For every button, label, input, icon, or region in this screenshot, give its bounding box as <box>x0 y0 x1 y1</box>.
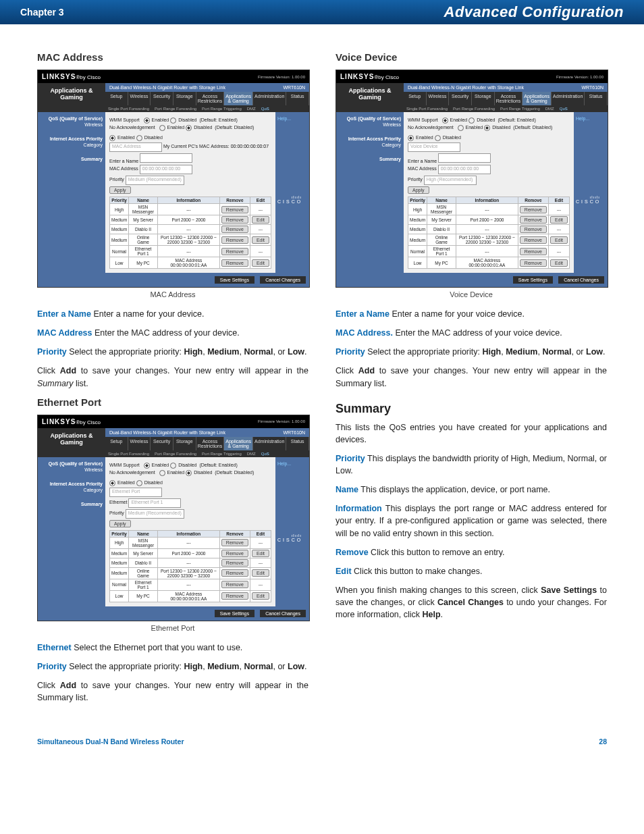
right-column: Voice Device LINKSYS®by Cisco Firmware V… <box>336 51 607 710</box>
screenshot-caption-voice: Voice Device <box>336 290 607 298</box>
top-tabs[interactable]: SetupWirelessSecurity StorageAccess Rest… <box>105 92 309 105</box>
screenshot-caption-mac: MAC Address <box>37 290 308 298</box>
category-select[interactable]: Ethernet Port <box>109 488 162 497</box>
save-settings-button[interactable]: Save Settings <box>215 276 254 284</box>
edit-button[interactable]: Edit <box>252 236 269 244</box>
section-title: Applications & Gaming <box>38 83 105 112</box>
remove-button[interactable]: Remove <box>221 226 248 233</box>
term-enter-name: Enter a Name <box>37 309 91 319</box>
radio-disabled[interactable] <box>136 135 144 140</box>
screenshot-mac-address: LINKSYS®by Cisco Firmware Version: 1.00.… <box>37 70 310 288</box>
edit-button[interactable]: Edit <box>252 259 269 267</box>
screenshot-content: WMM Support Enabled Disabled (Default: E… <box>404 112 574 273</box>
cancel-changes-button[interactable]: Cancel Changes <box>558 276 604 284</box>
linksys-logo: LINKSYS®by Cisco <box>42 73 101 80</box>
linksys-logo: LINKSYS®by Cisco <box>340 73 399 80</box>
firmware-label: Firmware Version: 1.00.00 <box>556 75 603 79</box>
page-number: 28 <box>599 737 607 746</box>
remove-button[interactable]: Remove <box>221 206 248 213</box>
apply-button[interactable]: Apply <box>109 186 131 194</box>
screenshot-content: WMM Support Enabled Disabled (Default: E… <box>105 457 275 606</box>
screenshot-ethernet-port: LINKSYS®by Cisco Firmware Version: 1.00.… <box>37 415 310 621</box>
remove-button[interactable]: Remove <box>221 236 248 244</box>
mac-input[interactable]: 00:00:00:00:00:00 <box>140 165 192 174</box>
firmware-label: Firmware Version: 1.00.00 <box>258 75 305 79</box>
help-link[interactable]: Help... <box>576 116 589 121</box>
summary-intro: This lists the QoS entries you have crea… <box>336 421 607 446</box>
screenshot-sidebar: QoS (Quality of Service)Wireless Interne… <box>38 112 105 273</box>
category-select[interactable]: Voice Device <box>408 142 460 152</box>
section-title: Applications & Gaming <box>336 83 404 112</box>
priority-select[interactable]: High (Recommended) <box>424 176 477 185</box>
screenshot-voice-device: LINKSYS®by Cisco Firmware Version: 1.00.… <box>336 70 608 288</box>
apply-button[interactable]: Apply <box>408 186 429 194</box>
remove-button[interactable]: Remove <box>221 259 248 267</box>
radio-disabled[interactable] <box>170 118 178 122</box>
remove-button[interactable]: Remove <box>221 248 248 255</box>
term-name: Name <box>336 485 358 494</box>
page-footer: Simultaneous Dual-N Band Wireless Router… <box>0 731 644 759</box>
mac-address-heading: MAC Address <box>37 51 308 63</box>
left-column: MAC Address LINKSYS®by Cisco Firmware Ve… <box>37 51 308 710</box>
summary-table: PriorityNameInformationRemoveEdit HighMS… <box>109 197 271 269</box>
save-settings-button[interactable]: Save Settings <box>215 610 254 617</box>
radio-enabled[interactable] <box>159 125 167 130</box>
screenshot-content: WMM Support Enabled Disabled (Default: E… <box>105 112 275 273</box>
help-link[interactable]: Help... <box>277 461 291 466</box>
term-mac-address: MAC Address <box>37 328 92 338</box>
term-edit: Edit <box>336 567 352 576</box>
term-information: Information <box>336 504 382 513</box>
chapter-label: Chapter 3 <box>20 7 64 18</box>
summary-table: PriorityNameInformationRemoveEdit HighMS… <box>408 197 570 269</box>
term-priority: Priority <box>336 454 365 463</box>
sub-tabs[interactable]: Single Port ForwardingPort Range Forward… <box>105 450 309 457</box>
ethernet-select[interactable]: Ethernet Port 1 <box>128 498 181 508</box>
term-ethernet: Ethernet <box>37 643 72 652</box>
radio-enabled[interactable] <box>144 118 152 122</box>
mac-input[interactable]: 00:00:00:00:00:00 <box>438 165 491 174</box>
footer-left: Simultaneous Dual-N Band Wireless Router <box>37 737 184 746</box>
screenshot-caption-ethernet: Ethernet Port <box>37 624 308 632</box>
linksys-logo: LINKSYS®by Cisco <box>42 418 101 425</box>
edit-button[interactable]: Edit <box>252 216 269 224</box>
firmware-label: Firmware Version: 1.00.00 <box>258 419 305 423</box>
section-title: Applications & Gaming <box>38 428 105 457</box>
term-priority: Priority <box>336 347 365 357</box>
term-mac-address: MAC Address. <box>336 328 393 338</box>
radio-enabled[interactable] <box>109 135 117 140</box>
name-input[interactable] <box>438 153 491 163</box>
model-label: WRT610N <box>283 85 305 90</box>
category-select[interactable]: MAC Address <box>109 142 162 152</box>
header-title: Advanced Configuration <box>444 3 624 21</box>
screenshot-sidebar: QoS (Quality of Service)Wireless Interne… <box>38 457 105 606</box>
screenshot-sidebar: QoS (Quality of Service)Wireless Interne… <box>336 112 404 273</box>
apply-button[interactable]: Apply <box>109 520 131 527</box>
voice-device-heading: Voice Device <box>336 51 607 63</box>
summary-closing: When you finish making changes to this s… <box>336 584 607 621</box>
sub-tabs[interactable]: Single Port ForwardingPort Range Forward… <box>105 105 309 112</box>
term-remove: Remove <box>336 548 369 557</box>
page-header: Chapter 3 Advanced Configuration <box>0 0 644 24</box>
cancel-changes-button[interactable]: Cancel Changes <box>260 276 306 284</box>
top-tabs[interactable]: SetupWirelessSecurity StorageAccess Rest… <box>404 92 608 105</box>
summary-heading: Summary <box>336 402 607 416</box>
priority-select[interactable]: Medium (Recommended) <box>126 509 184 519</box>
term-priority: Priority <box>37 662 67 671</box>
term-priority: Priority <box>37 347 67 357</box>
summary-table: PriorityNameInformationRemoveEdit HighMS… <box>109 530 271 602</box>
router-title: Dual-Band Wireless-N Gigabit Router with… <box>109 85 225 90</box>
cancel-changes-button[interactable]: Cancel Changes <box>260 610 306 617</box>
ethernet-port-heading: Ethernet Port <box>37 396 308 408</box>
priority-select[interactable]: Medium (Recommended) <box>126 176 184 185</box>
sub-tabs[interactable]: Single Port ForwardingPort Range Forward… <box>404 105 608 112</box>
radio-disabled[interactable] <box>186 125 194 130</box>
remove-button[interactable]: Remove <box>221 216 248 224</box>
help-link[interactable]: Help... <box>277 116 291 121</box>
save-settings-button[interactable]: Save Settings <box>513 276 553 284</box>
term-enter-name: Enter a Name <box>336 309 390 319</box>
top-tabs[interactable]: SetupWirelessSecurity StorageAccess Rest… <box>105 437 309 450</box>
name-input[interactable] <box>140 153 192 163</box>
